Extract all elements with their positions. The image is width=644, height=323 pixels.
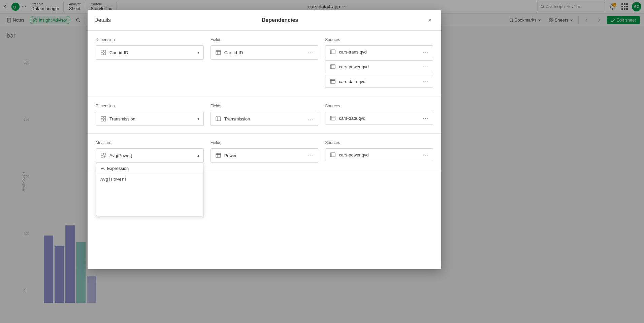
source-more-2a[interactable]: ··· <box>423 115 429 121</box>
svg-rect-39 <box>330 116 335 120</box>
dep-measure-label-3: Measure <box>96 140 204 145</box>
dep-fields-2: Fields Transmission ··· <box>211 104 319 127</box>
measure-icon-3 <box>100 152 107 159</box>
source-icon-1a <box>329 48 336 55</box>
source-label-1b: cars-power.qvd <box>339 64 420 69</box>
dep-dimension-2: Dimension Transmission ▾ <box>96 104 204 127</box>
svg-rect-33 <box>104 116 106 118</box>
source-icon-2a <box>329 115 336 121</box>
source-label-2a: cars-data.qvd <box>339 116 420 121</box>
field-more-button-1[interactable]: ··· <box>308 50 314 55</box>
svg-rect-42 <box>101 153 103 155</box>
dep-dimension-card-2[interactable]: Transmission ▾ <box>96 112 204 126</box>
dep-fields-1: Fields Car_id-ID ··· <box>211 37 319 90</box>
dep-sources-2: Sources cars-data.qvd ··· <box>325 104 433 127</box>
dep-source-item-1c[interactable]: cars-data.qvd ··· <box>325 75 433 88</box>
field-icon-1 <box>215 49 222 56</box>
dep-measure-value-3: Avg(Power) <box>109 153 195 158</box>
svg-rect-17 <box>104 50 106 52</box>
modal-dependencies-title: Dependencies <box>135 17 425 23</box>
svg-rect-44 <box>101 156 103 158</box>
svg-rect-48 <box>330 153 335 157</box>
expression-header: Expression <box>96 163 203 174</box>
svg-rect-43 <box>104 153 106 155</box>
chevron-down-icon-1[interactable]: ▾ <box>197 50 199 55</box>
svg-rect-18 <box>101 53 103 55</box>
chevron-down-icon-2[interactable]: ▾ <box>197 116 199 121</box>
svg-rect-26 <box>330 65 335 69</box>
dep-field-value-1: Car_id-ID <box>224 50 305 55</box>
svg-rect-23 <box>330 50 335 54</box>
dep-sources-label-1: Sources <box>325 37 433 42</box>
expression-label: Expression <box>107 166 129 171</box>
dep-fields-card-1[interactable]: Car_id-ID ··· <box>211 45 319 60</box>
source-icon-1b <box>329 63 336 70</box>
field-icon-2 <box>215 115 222 122</box>
dep-source-item-1b[interactable]: cars-power.qvd ··· <box>325 60 433 73</box>
source-icon-1c <box>329 78 336 85</box>
dep-field-value-2: Transmission <box>224 116 305 121</box>
dep-source-item-2a[interactable]: cars-data.qvd ··· <box>325 112 433 124</box>
dep-dimension-label-2: Dimension <box>96 104 204 108</box>
dep-fields-card-3[interactable]: Power ··· <box>211 148 319 163</box>
field-icon-3 <box>215 152 222 159</box>
svg-rect-19 <box>104 53 106 55</box>
field-more-button-3[interactable]: ··· <box>308 153 314 158</box>
source-label-3a: cars-power.qvd <box>339 152 420 157</box>
dep-fields-label-1: Fields <box>211 37 319 42</box>
dep-dimension-card-1[interactable]: Car_id-ID ▾ <box>96 45 204 60</box>
dep-measure-3: Measure Avg(Power) ▴ <box>96 140 204 163</box>
expression-dropdown: Expression Avg(Power) <box>96 163 203 216</box>
dep-fields-label-3: Fields <box>211 140 319 145</box>
source-more-1b[interactable]: ··· <box>423 64 429 69</box>
modal-close-button[interactable]: × <box>425 15 434 25</box>
modal-header: Details Dependencies × <box>88 10 441 31</box>
dep-dimension-label-1: Dimension <box>96 37 204 42</box>
source-more-1a[interactable]: ··· <box>423 49 429 55</box>
svg-rect-29 <box>330 79 335 83</box>
dependencies-modal: Details Dependencies × Dimension Car_id-… <box>88 10 441 269</box>
dep-source-item-1a[interactable]: cars-trans.qvd ··· <box>325 45 433 58</box>
expression-textarea[interactable]: Avg(Power) <box>96 174 203 214</box>
dep-dimension-value-1: Car_id-ID <box>109 50 195 55</box>
dep-source-item-3a[interactable]: cars-power.qvd ··· <box>325 148 433 161</box>
dep-fields-3: Fields Power ··· <box>211 140 319 163</box>
svg-rect-34 <box>101 119 103 121</box>
svg-rect-45 <box>216 153 221 157</box>
source-label-1c: cars-data.qvd <box>339 79 420 84</box>
dep-sources-1: Sources cars-trans.qvd ··· cars-power.qv… <box>325 37 433 90</box>
source-more-3a[interactable]: ··· <box>423 152 429 157</box>
dep-fields-label-2: Fields <box>211 104 319 108</box>
dep-row-2: Dimension Transmission ▾ Fields Transmis… <box>88 97 441 134</box>
source-label-1a: cars-trans.qvd <box>339 49 420 55</box>
modal-details-title: Details <box>94 17 135 23</box>
dimension-icon-1 <box>100 49 107 56</box>
dep-sources-3: Sources cars-power.qvd ··· <box>325 140 433 163</box>
dep-row-1: Dimension Car_id-ID ▾ Fields Car_id-ID <box>88 31 441 97</box>
modal-body: Dimension Car_id-ID ▾ Fields Car_id-ID <box>88 31 441 269</box>
dep-row-3: Measure Avg(Power) ▴ <box>88 134 441 170</box>
dep-measure-card-3[interactable]: Avg(Power) ▴ Expression Avg(Power) <box>96 148 204 163</box>
svg-rect-36 <box>216 117 221 121</box>
dep-sources-label-3: Sources <box>325 140 433 145</box>
svg-rect-32 <box>101 116 103 118</box>
source-icon-3a <box>329 151 336 158</box>
dep-dimension-value-2: Transmission <box>109 116 195 121</box>
dep-field-value-3: Power <box>224 153 305 158</box>
dep-fields-card-2[interactable]: Transmission ··· <box>211 112 319 126</box>
source-more-1c[interactable]: ··· <box>423 79 429 84</box>
dep-sources-label-2: Sources <box>325 104 433 108</box>
svg-rect-16 <box>101 50 103 52</box>
svg-rect-35 <box>104 119 106 121</box>
svg-rect-20 <box>216 50 221 55</box>
chevron-up-icon-3[interactable]: ▴ <box>197 153 199 158</box>
dep-dimension-1: Dimension Car_id-ID ▾ <box>96 37 204 90</box>
field-more-button-2[interactable]: ··· <box>308 116 314 121</box>
dimension-icon-2 <box>100 115 107 122</box>
